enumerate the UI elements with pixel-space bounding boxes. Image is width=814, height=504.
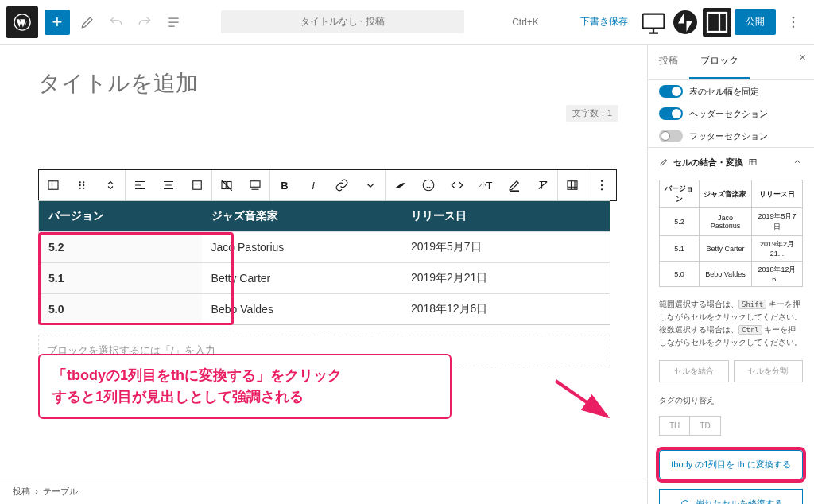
toggle-fixed-width[interactable] — [659, 85, 683, 98]
add-block-button[interactable]: + — [45, 10, 70, 35]
svg-point-13 — [83, 188, 84, 189]
svg-rect-1 — [643, 14, 665, 28]
table-block[interactable]: バージョン ジャズ音楽家 リリース日 5.2Jaco Pastorius2019… — [38, 200, 610, 325]
clear-format-icon[interactable] — [529, 170, 557, 200]
settings-sidebar: 投稿 ブロック ✕ 表のセル幅を固定 ヘッダーセクション フッターセクション セ… — [647, 45, 814, 504]
svg-point-11 — [83, 184, 84, 186]
edit-table-icon[interactable] — [558, 170, 587, 200]
top-toolbar: + タイトルなし · 投稿 Ctrl+K 下書き保存 公開 — [0, 0, 814, 45]
save-draft-button[interactable]: 下書き保存 — [572, 10, 636, 33]
settings-panel-toggle[interactable] — [703, 8, 731, 37]
bold-icon[interactable]: B — [270, 170, 299, 200]
font-size-icon[interactable]: 小T — [471, 170, 500, 200]
svg-point-4 — [793, 16, 795, 18]
close-panel-icon[interactable]: ✕ — [791, 45, 814, 79]
chevron-down-icon[interactable] — [356, 170, 385, 200]
undo-icon[interactable] — [102, 5, 130, 40]
caption-icon[interactable] — [241, 170, 269, 200]
mini-table-preview[interactable]: バージョンジャズ音楽家リリース日 5.2Jaco Pastorius2019年5… — [659, 180, 803, 287]
toggle-header-section[interactable] — [659, 107, 683, 120]
code-icon[interactable] — [443, 170, 471, 200]
svg-point-8 — [79, 181, 81, 183]
publish-button[interactable]: 公開 — [735, 9, 776, 35]
edit-mode-icon[interactable] — [73, 5, 102, 40]
editor-canvas[interactable]: タイトルを追加 文字数：1 B — [0, 45, 647, 504]
align-left-icon[interactable] — [126, 170, 154, 200]
svg-point-18 — [423, 180, 434, 191]
text-color-icon[interactable] — [500, 170, 529, 200]
svg-point-10 — [79, 184, 81, 186]
emoji-icon[interactable] — [414, 170, 443, 200]
more-options-icon[interactable] — [779, 5, 808, 40]
more-block-options-icon[interactable] — [587, 170, 616, 200]
drag-handle-icon[interactable] — [68, 170, 96, 200]
svg-point-5 — [793, 21, 795, 23]
convert-tbody-th-button[interactable]: tbody の1列目を th に変換する — [659, 450, 803, 479]
svg-rect-19 — [568, 181, 577, 190]
breadcrumb-current[interactable]: テーブル — [43, 487, 78, 496]
tag-th-button[interactable]: TH — [659, 416, 689, 436]
wp-logo[interactable] — [6, 6, 38, 38]
tab-block[interactable]: ブロック — [689, 45, 750, 79]
svg-point-6 — [793, 25, 795, 28]
preview-desktop-icon[interactable] — [639, 8, 668, 37]
table-block-icon[interactable] — [39, 170, 68, 200]
table-row[interactable]: 5.2Jaco Pastorius2019年5月7日 — [39, 232, 610, 263]
toggle-footer-section[interactable] — [659, 130, 683, 142]
jetpack-icon[interactable] — [671, 8, 700, 37]
tag-switch-label: タグの切り替え — [648, 390, 814, 411]
panel-merge-transform[interactable]: セルの結合・変換 — [648, 147, 814, 176]
repair-cells-button[interactable]: 崩れたセルを修復する — [659, 489, 803, 504]
shortcut-hint: Ctrl+K — [512, 17, 539, 28]
split-cells-button[interactable]: セルを分割 — [734, 360, 804, 382]
breadcrumb: 投稿 › テーブル — [0, 479, 647, 504]
table-row[interactable]: 5.0Bebo Valdes2018年12月6日 — [39, 294, 610, 325]
annotation-callout: 「tbodyの1列目をthに変換する」をクリック すると1列目が見出しとして強調… — [38, 354, 452, 419]
table-header[interactable]: バージョン — [39, 201, 202, 232]
move-arrows-icon[interactable] — [96, 170, 125, 200]
table-row[interactable]: 5.1Betty Carter2019年2月21日 — [39, 263, 610, 294]
breadcrumb-root[interactable]: 投稿 — [13, 487, 30, 496]
table-header[interactable]: リリース日 — [401, 201, 610, 232]
svg-point-22 — [601, 188, 603, 190]
italic-icon[interactable]: I — [299, 170, 328, 200]
table-header[interactable]: ジャズ音楽家 — [202, 201, 401, 232]
annotation-arrow — [552, 377, 615, 425]
svg-rect-17 — [250, 181, 260, 188]
svg-rect-14 — [193, 181, 202, 190]
svg-rect-23 — [750, 160, 756, 165]
merge-cells-button[interactable]: セルを結合 — [659, 360, 729, 382]
block-toolbar: B I 小T — [38, 169, 617, 201]
column-align-icon[interactable] — [183, 170, 211, 200]
link-icon[interactable] — [328, 170, 356, 200]
svg-point-2 — [673, 10, 697, 34]
tag-td-button[interactable]: TD — [689, 416, 720, 436]
svg-rect-7 — [48, 181, 58, 190]
svg-point-9 — [83, 181, 84, 183]
char-count-badge: 文字数：1 — [566, 105, 618, 122]
swoosh-icon[interactable] — [386, 170, 414, 200]
svg-point-12 — [79, 188, 81, 189]
tab-post[interactable]: 投稿 — [648, 45, 689, 79]
svg-point-20 — [601, 180, 603, 182]
redo-icon[interactable] — [130, 5, 159, 40]
outline-icon[interactable] — [159, 5, 188, 40]
post-title-input[interactable]: タイトルを追加 — [38, 68, 634, 99]
svg-point-21 — [601, 184, 603, 186]
help-text: 範囲選択する場合は、Shift キーを押しながらセルをクリックしてください。複数… — [648, 295, 814, 357]
svg-rect-3 — [707, 13, 727, 32]
align-center-icon[interactable] — [154, 170, 183, 200]
cell-style-icon[interactable] — [212, 170, 241, 200]
document-title[interactable]: タイトルなし · 投稿 — [221, 10, 464, 33]
